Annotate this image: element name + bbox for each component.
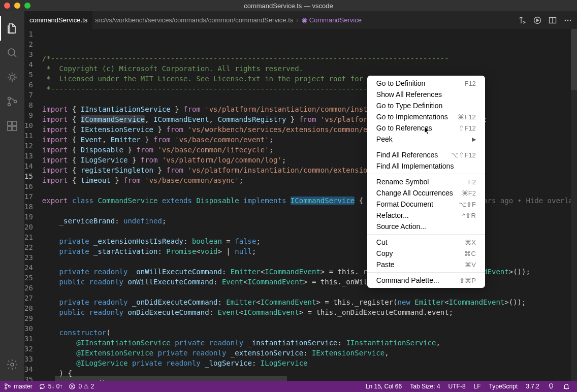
code-line[interactable] (42, 256, 577, 267)
code-line[interactable]: @ILogService private readonly _logServic… (42, 358, 577, 368)
code-line[interactable]: import { ICommandService, ICommandEvent,… (42, 114, 577, 124)
code-line[interactable]: /*--------------------------------------… (42, 53, 577, 63)
titlebar[interactable]: commandService.ts — vscode (0, 0, 577, 11)
code-line[interactable]: public readonly onWillExecuteCommand: Ev… (42, 277, 577, 287)
split-editor-icon[interactable] (549, 16, 557, 24)
menu-item-label: Source Action... (376, 222, 426, 231)
problems-count: 0 ⚠ 2 (78, 383, 94, 390)
menu-item[interactable]: Copy⌘C (367, 248, 485, 259)
code-line[interactable]: private _starActivation: Promise<void> |… (42, 246, 577, 256)
menu-item[interactable]: Paste⌘V (367, 259, 485, 270)
code-line[interactable]: @IInstantiationService private readonly … (42, 338, 577, 348)
menu-item[interactable]: Find All References⌥⇧F12 (367, 149, 485, 160)
code-line[interactable] (42, 287, 577, 297)
menu-item[interactable]: Source Action... (367, 221, 485, 232)
code-line[interactable] (42, 206, 577, 216)
menu-item[interactable]: Peek▶ (367, 134, 485, 145)
editor[interactable]: 1234567891011121314151617181920212223242… (24, 29, 577, 381)
menu-item[interactable]: Go to Implementations⌘F12 (367, 111, 485, 122)
status-feedback-icon[interactable] (548, 383, 555, 390)
code-line[interactable]: * Licensed under the MIT License. See Li… (42, 74, 577, 84)
code-line[interactable]: * Copyright (c) Microsoft Corporation. A… (42, 63, 577, 74)
line-number: 21 (24, 232, 33, 242)
code-line[interactable]: constructor( (42, 328, 577, 338)
horizontal-scrollbar[interactable] (55, 376, 571, 381)
settings-gear-icon[interactable] (0, 352, 24, 377)
status-cursor-position[interactable]: Ln 15, Col 66 (366, 383, 402, 390)
code-line[interactable]: import { Event, Emitter } from 'vs/base/… (42, 135, 577, 145)
more-icon[interactable] (564, 16, 572, 24)
menu-item[interactable]: Go to Type Definition (367, 100, 485, 111)
horizontal-scrollbar-thumb[interactable] (55, 376, 287, 381)
debug-icon[interactable] (0, 65, 24, 89)
status-tab-size[interactable]: Tab Size: 4 (410, 383, 440, 390)
menu-item[interactable]: Go to References⇧F12 (367, 122, 485, 134)
code-line[interactable]: export class CommandService extends Disp… (42, 195, 577, 206)
extensions-icon[interactable] (0, 114, 24, 138)
svg-rect-5 (8, 121, 12, 125)
code-line[interactable]: import { timeout } from 'vs/base/common/… (42, 175, 577, 185)
code-line[interactable] (42, 226, 577, 236)
code-line[interactable]: import { IExtensionService } from 'vs/wo… (42, 124, 577, 135)
source-control-icon[interactable] (0, 89, 24, 114)
menu-item[interactable]: Find All Implementations (367, 160, 485, 172)
svg-point-2 (8, 97, 11, 100)
code-area[interactable]: /*--------------------------------------… (42, 29, 577, 381)
code-line[interactable]: private readonly _onWillExecuteCommand: … (42, 267, 577, 277)
minimap-thumb[interactable] (571, 29, 577, 90)
code-line[interactable] (42, 317, 577, 328)
code-line[interactable]: private _extensionHostIsReady: boolean =… (42, 236, 577, 246)
svg-point-13 (567, 19, 569, 21)
status-language[interactable]: TypeScript (489, 383, 518, 390)
code-line[interactable]: import { Disposable } from 'vs/base/comm… (42, 145, 577, 155)
code-line[interactable]: import { registerSingleton } from 'vs/pl… (42, 165, 577, 175)
branch-name: master (14, 383, 33, 390)
menu-item[interactable]: Cut⌘X (367, 237, 485, 248)
line-number: 31 (24, 334, 33, 344)
code-line[interactable]: @IExtensionService private readonly _ext… (42, 348, 577, 358)
code-line[interactable] (42, 94, 577, 104)
minimap[interactable] (571, 29, 577, 381)
status-encoding[interactable]: UTF-8 (448, 383, 466, 390)
close-window-button[interactable] (4, 3, 10, 9)
svg-rect-7 (13, 126, 17, 130)
line-number: 26 (24, 283, 33, 293)
menu-item[interactable]: Refactor...^⇧R (367, 210, 485, 221)
menu-item[interactable]: Rename SymbolF2 (367, 176, 485, 187)
status-ts-version[interactable]: 3.7.2 (526, 383, 539, 390)
window-controls (4, 3, 30, 9)
search-icon[interactable] (0, 41, 24, 65)
compare-icon[interactable] (518, 16, 526, 24)
svg-point-3 (8, 104, 11, 106)
minimize-window-button[interactable] (14, 3, 20, 9)
menu-item[interactable]: Change All Occurrences⌘F2 (367, 187, 485, 199)
status-sync[interactable]: 5↓ 0↑ (39, 383, 63, 390)
code-line[interactable]: public readonly onDidExecuteCommand: Eve… (42, 307, 577, 317)
status-branch[interactable]: master (4, 383, 33, 390)
svg-point-4 (14, 101, 17, 103)
breadcrumbs[interactable]: src/vs/workbench/services/commands/commo… (93, 16, 513, 24)
play-icon[interactable] (533, 16, 541, 24)
status-eol[interactable]: LF (474, 383, 481, 390)
menu-item[interactable]: Go to DefinitionF12 (367, 78, 485, 89)
explorer-icon[interactable] (0, 16, 24, 41)
code-line[interactable] (42, 185, 577, 195)
menu-item-label: Refactor... (376, 211, 409, 219)
zoom-window-button[interactable] (24, 3, 30, 9)
code-line[interactable]: *---------------------------------------… (42, 84, 577, 94)
code-line[interactable]: import { ILogService } from 'vs/platform… (42, 155, 577, 165)
line-number: 6 (24, 80, 33, 90)
code-line[interactable]: import { IInstantiationService } from 'v… (42, 104, 577, 114)
menu-item-label: Format Document (376, 200, 433, 208)
menu-item[interactable]: Command Palette...⇧⌘P (367, 275, 485, 286)
status-bell-icon[interactable] (563, 383, 570, 390)
menu-item[interactable]: Show All References (367, 89, 485, 100)
status-problems[interactable]: 0 ⚠ 2 (69, 383, 94, 390)
menu-item-shortcut: F2 (468, 178, 476, 186)
tab-command-service[interactable]: commandService.ts (24, 11, 93, 29)
chevron-right-icon: › (295, 16, 299, 24)
line-number: 17 (24, 191, 33, 202)
code-line[interactable]: private readonly _onDidExecuteCommand: E… (42, 297, 577, 307)
menu-item[interactable]: Format Document⌥⇧F (367, 199, 485, 210)
code-line[interactable]: _serviceBrand: undefined; (42, 216, 577, 226)
